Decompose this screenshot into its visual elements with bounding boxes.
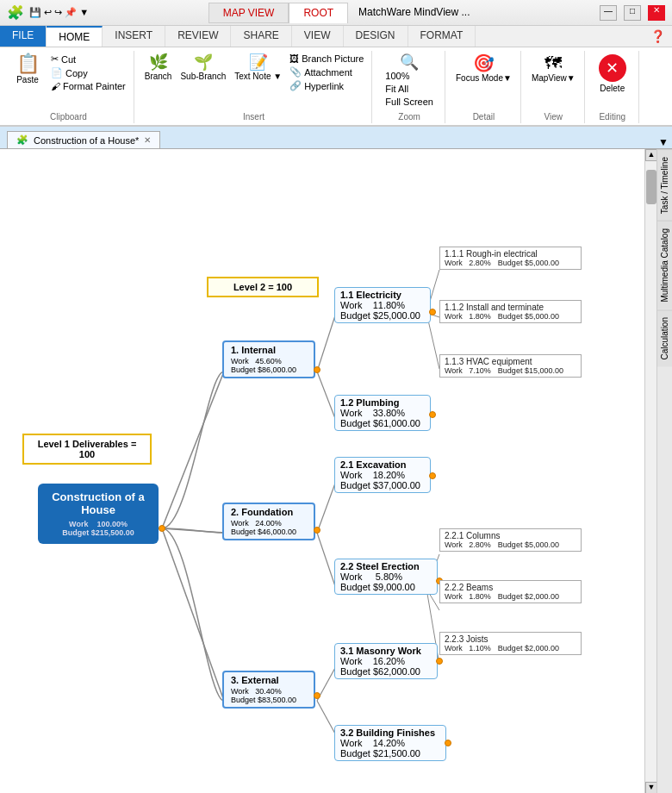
title-bar-tabs: MAP VIEW ROOT MatchWare MindView ...	[208, 3, 481, 23]
sub-branch-button[interactable]: 🌱 Sub-Branch	[177, 53, 229, 83]
hyperlink-button[interactable]: 🔗 Hyperlink	[287, 79, 366, 92]
attachment-button[interactable]: 📎 Attachment	[287, 66, 366, 78]
roughin-data: Work 2.80%Budget $5,000.00	[445, 259, 576, 267]
tab-file[interactable]: FILE	[0, 26, 47, 47]
detail-items: 🎯 Focus Mode▼	[452, 51, 515, 112]
calculation-tab[interactable]: Calculation	[657, 309, 672, 366]
columns-data: Work 2.80%Budget $5,000.00	[445, 540, 576, 549]
task-timeline-tab[interactable]: Task / Timeline	[657, 149, 672, 221]
tab-dropdown-arrow[interactable]: ▼	[658, 136, 669, 148]
joists-title: 2.2.3 Joists	[445, 634, 576, 644]
zoom100-label: 100%	[385, 71, 409, 81]
external-title: 3. External	[231, 675, 307, 685]
fullscreen-button[interactable]: Full Screen	[383, 96, 436, 108]
paste-icon: 📋	[16, 54, 40, 73]
focus-mode-icon: 🎯	[473, 54, 495, 72]
tab-format[interactable]: FORMAT	[408, 26, 476, 47]
root-dot	[159, 525, 165, 532]
beams-node[interactable]: 2.2.2 Beams Work 1.80%Budget $2,000.00	[439, 580, 582, 603]
insert-label: Insert	[243, 112, 264, 123]
branch-icon: 🌿	[149, 54, 168, 70]
root-node[interactable]: Construction of a House Work 100.00% Bud…	[38, 484, 159, 544]
tab-share[interactable]: SHARE	[231, 26, 291, 47]
roughin-node[interactable]: 1.1.1 Rough-in electrical Work 2.80%Budg…	[439, 247, 582, 270]
zoom-button[interactable]: 🔍 100% Fit All Full Screen	[379, 53, 439, 109]
tab-mapview[interactable]: MAP VIEW	[208, 3, 289, 23]
plumbing-node[interactable]: 1.2 Plumbing Work 33.80% Budget $61,000.…	[334, 395, 431, 431]
joists-data: Work 1.10%Budget $2,000.00	[445, 644, 576, 653]
external-node[interactable]: 3. External Work 30.40% Budget $83,500.0…	[222, 671, 315, 709]
close-button[interactable]: ✕	[648, 5, 665, 21]
mapview-button[interactable]: 🗺 MapView▼	[528, 53, 579, 84]
building-title: 3.2 Building Finishes	[340, 727, 440, 738]
excavation-data: Work 18.20% Budget $37,000.00	[340, 470, 425, 490]
foundation-dot	[314, 527, 320, 534]
tab-review[interactable]: REVIEW	[165, 26, 231, 47]
steel-erection-node[interactable]: 2.2 Steel Erection Work 5.80% Budget $9,…	[334, 559, 438, 595]
scroll-up-arrow[interactable]: ▲	[645, 149, 656, 161]
paste-label: Paste	[16, 75, 39, 84]
title-bar-controls: — □ ✕	[600, 5, 665, 21]
hvac-data: Work 7.10%Budget $15,000.00	[445, 366, 576, 375]
scroll-thumb[interactable]	[646, 170, 656, 204]
hvac-title: 1.1.3 HVAC equipment	[445, 357, 576, 366]
paste-button[interactable]: 📋 Paste	[9, 53, 47, 86]
masonry-title: 3.1 Masonry Work	[340, 646, 432, 656]
tab-insert[interactable]: INSERT	[103, 26, 165, 47]
tab-root[interactable]: ROOT	[289, 3, 348, 23]
building-finishes-node[interactable]: 3.2 Building Finishes Work 14.20% Budget…	[334, 725, 446, 761]
title-bar-app-name: MatchWare MindView ...	[348, 3, 480, 23]
scroll-track[interactable]	[645, 161, 656, 782]
excavation-node[interactable]: 2.1 Excavation Work 18.20% Budget $37,00…	[334, 457, 431, 493]
mindmap-canvas[interactable]: Level 1 Deliverables =100 Level 2 = 100 …	[0, 149, 656, 793]
delete-icon: ✕	[599, 54, 626, 82]
help-button[interactable]: ❓	[644, 26, 672, 47]
format-painter-button[interactable]: 🖌 Format Painter	[48, 80, 128, 92]
steel-data: Work 5.80% Budget $9,000.00	[340, 571, 432, 592]
columns-node[interactable]: 2.2.1 Columns Work 2.80%Budget $5,000.00	[439, 528, 582, 552]
svg-line-9	[317, 533, 336, 589]
electricity-title: 1.1 Electricity	[340, 290, 425, 300]
v-scrollbar[interactable]: ▲ ▼	[644, 149, 656, 793]
internal-node[interactable]: 1. Internal Work 45.60% Budget $86,000.0…	[222, 340, 315, 378]
plumbing-title: 1.2 Plumbing	[340, 397, 425, 408]
copy-button[interactable]: 📄 Copy	[48, 66, 128, 79]
title-bar: 🧩 💾 ↩ ↪ 📌 ▼ MAP VIEW ROOT MatchWare Mind…	[0, 0, 672, 26]
tab-view[interactable]: VIEW	[292, 26, 344, 47]
clipboard-items: 📋 Paste ✂ Cut 📄 Copy 🖌 Format Painter	[9, 51, 128, 112]
zoom100-button[interactable]: 100%	[383, 70, 436, 82]
doc-tabs: 🧩 Construction of a House* ✕ ▼	[0, 127, 672, 149]
text-note-label: Text Note ▼	[234, 72, 282, 81]
tab-home[interactable]: HOME	[47, 26, 103, 47]
doc-tab-construction[interactable]: 🧩 Construction of a House* ✕	[7, 131, 160, 148]
focus-mode-button[interactable]: 🎯 Focus Mode▼	[452, 53, 515, 84]
tab-design[interactable]: DESIGN	[344, 26, 408, 47]
fitall-label: Fit All	[385, 84, 408, 94]
text-note-button[interactable]: 📝 Text Note ▼	[231, 53, 285, 83]
electricity-node[interactable]: 1.1 Electricity Work 11.80% Budget $25,0…	[334, 287, 431, 323]
title-bar-left: 🧩 💾 ↩ ↪ 📌 ▼	[7, 4, 89, 21]
doc-tab-close[interactable]: ✕	[144, 135, 151, 145]
install-node[interactable]: 1.1.2 Install and terminate Work 1.80%Bu…	[439, 300, 582, 323]
fitall-button[interactable]: Fit All	[383, 83, 436, 95]
masonry-node[interactable]: 3.1 Masonry Work Work 16.20% Budget $62,…	[334, 643, 438, 679]
svg-line-1	[162, 528, 224, 533]
multimedia-catalog-tab[interactable]: Multimedia Catalog	[657, 221, 672, 309]
foundation-node[interactable]: 2. Foundation Work 24.00% Budget $46,000…	[222, 503, 315, 540]
beams-title: 2.2.2 Beams	[445, 583, 576, 592]
branch-button[interactable]: 🌿 Branch	[141, 53, 176, 83]
svg-line-3	[317, 313, 336, 372]
minimize-button[interactable]: —	[600, 5, 617, 21]
joists-node[interactable]: 2.2.3 Joists Work 1.10%Budget $2,000.00	[439, 632, 582, 655]
branch-picture-button[interactable]: 🖼 Branch Picture	[287, 53, 366, 65]
scroll-down-arrow[interactable]: ▼	[645, 782, 656, 793]
svg-line-8	[317, 481, 336, 533]
branch-picture-icon: 🖼	[289, 53, 299, 64]
maximize-button[interactable]: □	[624, 5, 641, 21]
view-group: 🗺 MapView▼ View	[523, 51, 585, 123]
zoom-label: Zoom	[398, 112, 420, 123]
right-panel: Task / Timeline Multimedia Catalog Calcu…	[656, 149, 672, 793]
cut-button[interactable]: ✂ Cut	[48, 53, 128, 66]
hvac-node[interactable]: 1.1.3 HVAC equipment Work 7.10%Budget $1…	[439, 354, 582, 378]
delete-button[interactable]: ✕ Delete	[592, 53, 633, 95]
